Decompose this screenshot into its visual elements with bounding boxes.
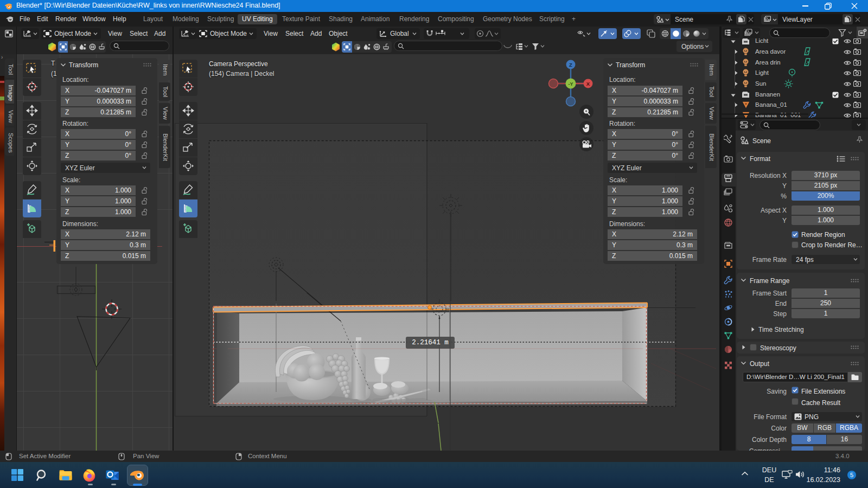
svg-text:Z: Z — [569, 62, 572, 68]
svg-text:-Y: -Y — [569, 81, 573, 87]
svg-text:X: X — [586, 81, 590, 87]
